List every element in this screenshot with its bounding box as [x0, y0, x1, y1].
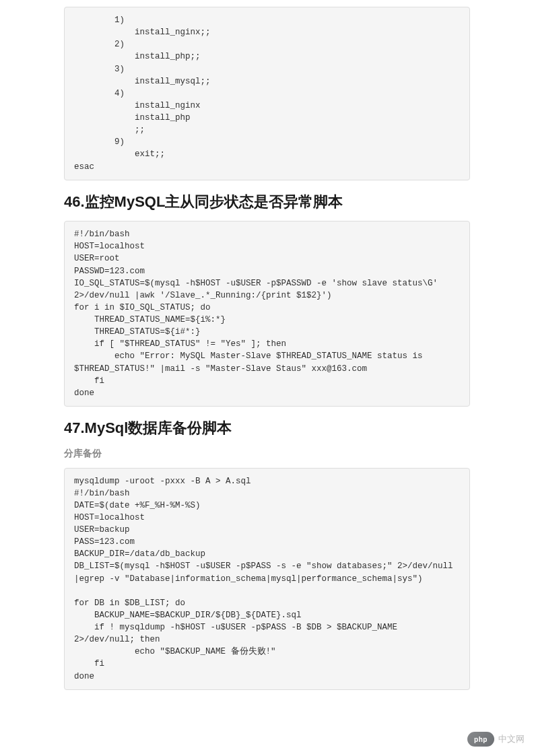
- code-block-mysql-backup: mysqldump -uroot -pxxx -B A > A.sql #!/b…: [64, 468, 470, 690]
- watermark-text: 中文网: [498, 733, 525, 745]
- watermark: php 中文网: [467, 732, 525, 747]
- code-block-mysql-monitor: #!/bin/bash HOST=localhost USER=root PAS…: [64, 221, 470, 407]
- heading-46: 46.监控MySQL主从同步状态是否异常脚本: [64, 193, 470, 212]
- page-content: 1) install_nginx;; 2) install_php;; 3) i…: [0, 0, 534, 716]
- heading-47: 47.MySql数据库备份脚本: [64, 419, 470, 438]
- code-block-esac: 1) install_nginx;; 2) install_php;; 3) i…: [64, 7, 470, 180]
- sublabel-db-backup: 分库备份: [64, 448, 470, 460]
- watermark-logo: php: [467, 732, 494, 747]
